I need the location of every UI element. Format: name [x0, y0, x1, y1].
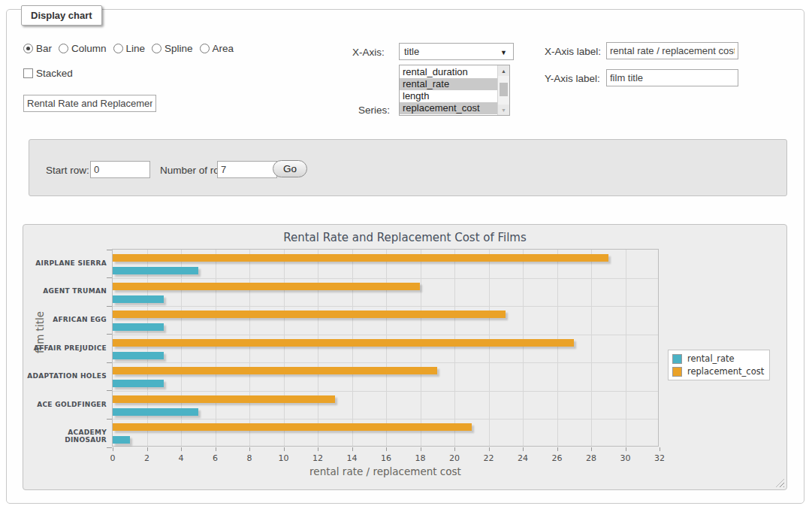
stacked-checkbox[interactable]: Stacked	[23, 68, 73, 79]
radio-icon[interactable]	[200, 44, 210, 53]
radio-icon[interactable]	[23, 44, 33, 53]
legend-swatch-replacement_cost	[672, 367, 682, 377]
x-tick-mark	[318, 447, 318, 451]
category-label: AGENT TRUMAN	[26, 287, 107, 295]
x-axis-selected-value: title	[404, 46, 419, 57]
x-axis-label-field-label: X-Axis label:	[545, 46, 601, 57]
x-tick-mark	[113, 447, 113, 451]
bar-rental_rate	[113, 267, 198, 274]
gridline-vertical	[557, 250, 558, 446]
category-label: ADAPTATION HOLES	[26, 372, 107, 380]
y-tick-mark	[107, 362, 112, 363]
scroll-down-icon[interactable]: ▼	[498, 105, 509, 115]
bar-replacement_cost	[113, 254, 608, 262]
plot-area: rental rate / replacement cost 024681012…	[112, 249, 659, 447]
y-tick-mark	[107, 334, 112, 335]
chevron-down-icon: ▼	[500, 49, 507, 56]
legend-label: rental_rate	[682, 353, 735, 364]
y-axis-label-input[interactable]	[606, 69, 738, 86]
x-tick-mark	[557, 447, 558, 451]
bar-replacement_cost	[113, 395, 335, 403]
start-row-input[interactable]	[90, 161, 150, 178]
x-tick-mark	[284, 447, 285, 451]
number-of-rows-input[interactable]	[217, 161, 277, 178]
x-tick-mark	[454, 447, 455, 451]
chart-type-radio-area[interactable]: Area	[200, 43, 234, 54]
checkbox-icon[interactable]	[23, 68, 33, 78]
x-tick-label: 4	[168, 453, 194, 463]
x-axis-select-label: X-Axis:	[352, 47, 385, 58]
chart-title: Rental Rate and Replacement Cost of Film…	[23, 231, 786, 244]
gridline-vertical	[181, 250, 182, 446]
x-tick-mark	[216, 447, 216, 451]
x-axis-label-input[interactable]	[606, 42, 738, 59]
scroll-up-icon[interactable]: ▲	[498, 65, 509, 76]
y-tick-mark	[107, 306, 112, 307]
gridline-vertical	[284, 250, 285, 446]
x-tick-label: 26	[545, 453, 570, 463]
x-tick-label: 20	[442, 453, 467, 463]
x-tick-mark	[523, 447, 524, 451]
go-button[interactable]: Go	[273, 160, 307, 177]
x-tick-label: 18	[408, 453, 433, 463]
gridline-horizontal	[113, 278, 658, 279]
chart-type-radio-column[interactable]: Column	[59, 43, 107, 54]
chart-type-radio-line[interactable]: Line	[113, 43, 146, 54]
chart-type-radio-bar[interactable]: Bar	[23, 43, 52, 54]
gridline-horizontal	[113, 419, 658, 420]
x-tick-label: 10	[271, 453, 297, 463]
bar-rental_rate	[113, 408, 198, 416]
x-tick-mark	[421, 447, 421, 451]
bar-rental_rate	[113, 380, 164, 387]
x-tick-mark	[352, 447, 353, 451]
x-axis-select[interactable]: title ▼	[399, 43, 514, 60]
chart-legend: rental_ratereplacement_cost	[668, 350, 770, 380]
x-tick-mark	[181, 447, 182, 451]
gridline-vertical	[523, 250, 524, 446]
bar-replacement_cost	[113, 311, 506, 318]
x-tick-label: 12	[305, 453, 331, 463]
rows-panel: Start row: Number of rows: Go	[29, 139, 787, 196]
gridline-vertical	[591, 250, 592, 446]
chart-x-axis-label: rental rate / replacement cost	[113, 465, 658, 477]
radio-icon[interactable]	[113, 44, 123, 53]
series-select-label: Series:	[358, 105, 390, 116]
bar-replacement_cost	[113, 423, 472, 431]
x-tick-mark	[660, 447, 660, 451]
bar-replacement_cost	[113, 367, 437, 374]
x-tick-label: 8	[237, 453, 262, 463]
stacked-label: Stacked	[36, 68, 73, 79]
y-tick-mark	[107, 390, 112, 391]
chart-type-label: Area	[213, 43, 234, 54]
resize-handle-icon[interactable]	[776, 479, 784, 487]
y-tick-mark	[107, 277, 112, 278]
chart-type-radio-spline[interactable]: Spline	[152, 43, 193, 54]
gridline-vertical	[626, 250, 626, 446]
series-option-replacement_cost[interactable]: replacement_cost	[400, 102, 497, 114]
radio-icon[interactable]	[152, 44, 161, 53]
chart-title-input[interactable]	[23, 95, 156, 112]
x-tick-mark	[249, 447, 250, 451]
chart-type-label: Line	[126, 43, 146, 54]
x-tick-label: 0	[100, 453, 125, 463]
gridline-horizontal	[113, 391, 658, 392]
series-option-length[interactable]: length	[400, 90, 497, 102]
x-tick-label: 32	[647, 453, 672, 463]
x-tick-mark	[386, 447, 387, 451]
scrollbar-track[interactable]	[498, 76, 509, 105]
series-multiselect[interactable]: rental_durationrental_ratelengthreplacem…	[399, 65, 510, 116]
scrollbar-thumb[interactable]	[500, 83, 508, 96]
y-axis-label-field-label: Y-Axis label:	[545, 73, 600, 84]
gridline-vertical	[318, 250, 318, 446]
x-tick-label: 6	[203, 453, 228, 463]
chart-type-radio-group: BarColumnLineSplineArea	[23, 43, 234, 54]
series-option-rental_rate[interactable]: rental_rate	[400, 78, 497, 90]
category-label: AFFAIR PREJUDICE	[26, 344, 107, 352]
gridline-horizontal	[113, 362, 658, 363]
series-scrollbar[interactable]: ▲ ▼	[497, 65, 509, 115]
legend-swatch-rental_rate	[672, 354, 682, 364]
radio-icon[interactable]	[59, 44, 68, 53]
display-chart-legend: Display chart	[21, 5, 102, 26]
x-tick-mark	[147, 447, 148, 451]
series-option-rental_duration[interactable]: rental_duration	[400, 66, 497, 78]
